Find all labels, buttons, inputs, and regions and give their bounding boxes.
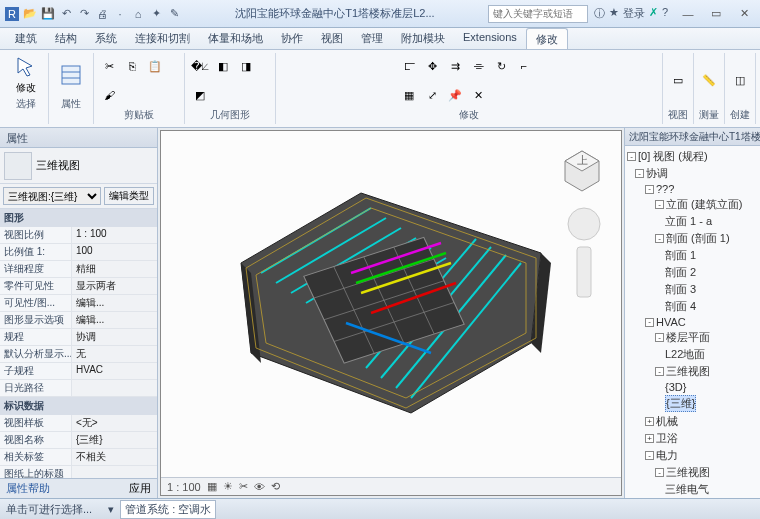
type-selector[interactable]: 三维视图:{三维} [3,187,101,205]
delete-icon[interactable]: ✕ [468,85,488,105]
copy-icon[interactable]: ⎘ [122,56,142,76]
tree-node[interactable]: -三维视图 [627,363,758,380]
prop-row[interactable]: 视图名称{三维} [0,432,157,449]
undo-icon[interactable]: ↶ [58,6,74,22]
tree-node[interactable]: -协调 [627,165,758,182]
split-icon[interactable]: ◩ [190,85,210,105]
expand-icon[interactable]: - [655,333,664,342]
move-icon[interactable]: ✥ [422,56,442,76]
vs-icon4[interactable]: 👁 [254,481,265,493]
info-icon[interactable]: ⓘ [594,6,605,21]
nav-wheel[interactable] [565,205,603,305]
tree-node[interactable]: -电力 [627,447,758,464]
paste-icon[interactable]: 📋 [145,56,165,76]
trim-icon[interactable]: ⌐ [514,56,534,76]
prop-row[interactable]: 比例值 1:100 [0,244,157,261]
tree-node[interactable]: -立面 (建筑立面) [627,196,758,213]
select-tool[interactable]: 修改 [9,53,43,97]
create-icon[interactable]: ◫ [730,71,750,91]
props-help[interactable]: 属性帮助 [6,481,50,496]
match-icon[interactable]: 🖌 [99,85,119,105]
home-icon[interactable]: ⌂ [130,6,146,22]
tree-node[interactable]: -三维视图 [627,464,758,481]
prop-row[interactable]: 图纸上的标题 [0,466,157,478]
tree-node[interactable]: -剖面 (剖面 1) [627,230,758,247]
tree-node[interactable]: 立面 1 - a [627,213,758,230]
close-button[interactable]: ✕ [732,5,756,23]
tab-7[interactable]: 管理 [352,28,392,49]
tree-node[interactable]: 剖面 4 [627,298,758,315]
tree-node[interactable]: {三维} [627,394,758,413]
tab-9[interactable]: Extensions [454,28,526,49]
align-icon[interactable]: ⫍ [399,56,419,76]
star-icon[interactable]: ★ [609,6,619,21]
array-icon[interactable]: ▦ [399,85,419,105]
tool-icon[interactable]: ✦ [148,6,164,22]
maximize-button[interactable]: ▭ [704,5,728,23]
print-icon[interactable]: 🖨 [94,6,110,22]
vs-icon5[interactable]: ⟲ [271,480,280,493]
viewport[interactable]: 上 1 : 100 ▦ ☀ ✂ 👁 ⟲ [160,130,622,496]
model-3d[interactable] [201,148,581,448]
tab-8[interactable]: 附加模块 [392,28,454,49]
rotate-icon[interactable]: ↻ [491,56,511,76]
login-link[interactable]: 登录 [623,6,645,21]
join-icon[interactable]: ◨ [236,56,256,76]
tree-node[interactable]: {3D} [627,380,758,394]
cut-geo-icon[interactable]: ◧ [213,56,233,76]
expand-icon[interactable]: - [655,200,664,209]
expand-icon[interactable]: - [645,318,654,327]
tree-node[interactable]: -HVAC [627,315,758,329]
help-icon[interactable]: ? [662,6,668,21]
cut-icon[interactable]: ✂ [99,56,119,76]
scale-icon[interactable]: ⤢ [422,85,442,105]
prop-row[interactable]: 相关标签不相关 [0,449,157,466]
expand-icon[interactable]: - [655,468,664,477]
prop-row[interactable]: 图形显示选项编辑... [0,312,157,329]
expand-icon[interactable]: - [645,451,654,460]
prop-row[interactable]: 规程协调 [0,329,157,346]
prop-row[interactable]: 视图比例1 : 100 [0,227,157,244]
save-icon[interactable]: 💾 [40,6,56,22]
tree-node[interactable]: -楼层平面 [627,329,758,346]
tree-node[interactable]: 剖面 2 [627,264,758,281]
tab-1[interactable]: 结构 [46,28,86,49]
tree-node[interactable]: +机械 [627,413,758,430]
tree-node[interactable]: 剖面 3 [627,281,758,298]
prop-row[interactable]: 默认分析显示...无 [0,346,157,363]
prop-row[interactable]: 可见性/图...编辑... [0,295,157,312]
tab-10[interactable]: 修改 [526,28,568,49]
prop-row[interactable]: 零件可见性显示两者 [0,278,157,295]
expand-icon[interactable]: - [635,169,644,178]
edit-type-button[interactable]: 编辑类型 [104,187,154,205]
vs-icon3[interactable]: ✂ [239,480,248,493]
tree-node[interactable]: L22地面 [627,346,758,363]
expand-icon[interactable]: - [645,185,654,194]
redo-icon[interactable]: ↷ [76,6,92,22]
view-icon[interactable]: ▭ [668,71,688,91]
tree-node[interactable]: -[0] 视图 (规程) [627,148,758,165]
view-cube[interactable]: 上 [557,145,607,195]
props-apply[interactable]: 应用 [129,481,151,496]
prop-row[interactable]: 详细程度精细 [0,261,157,278]
x-icon[interactable]: ✗ [649,6,658,21]
tab-4[interactable]: 体量和场地 [199,28,272,49]
app-icon[interactable]: R [4,6,20,22]
tree-node[interactable]: 三维电气 [627,481,758,498]
prop-row[interactable]: 视图样板<无> [0,415,157,432]
vs-icon2[interactable]: ☀ [223,480,233,493]
expand-icon[interactable]: - [655,367,664,376]
tab-5[interactable]: 协作 [272,28,312,49]
tab-0[interactable]: 建筑 [6,28,46,49]
dim-icon[interactable]: ✎ [166,6,182,22]
tab-6[interactable]: 视图 [312,28,352,49]
pin-icon[interactable]: 📌 [445,85,465,105]
cope-icon[interactable]: �⟀ [190,56,210,76]
measure-icon[interactable]: 📏 [699,71,719,91]
prop-row[interactable]: 日光路径 [0,380,157,397]
tab-2[interactable]: 系统 [86,28,126,49]
open-icon[interactable]: 📂 [22,6,38,22]
minimize-button[interactable]: — [676,5,700,23]
vs-icon[interactable]: ▦ [207,480,217,493]
expand-icon[interactable]: - [627,152,636,161]
